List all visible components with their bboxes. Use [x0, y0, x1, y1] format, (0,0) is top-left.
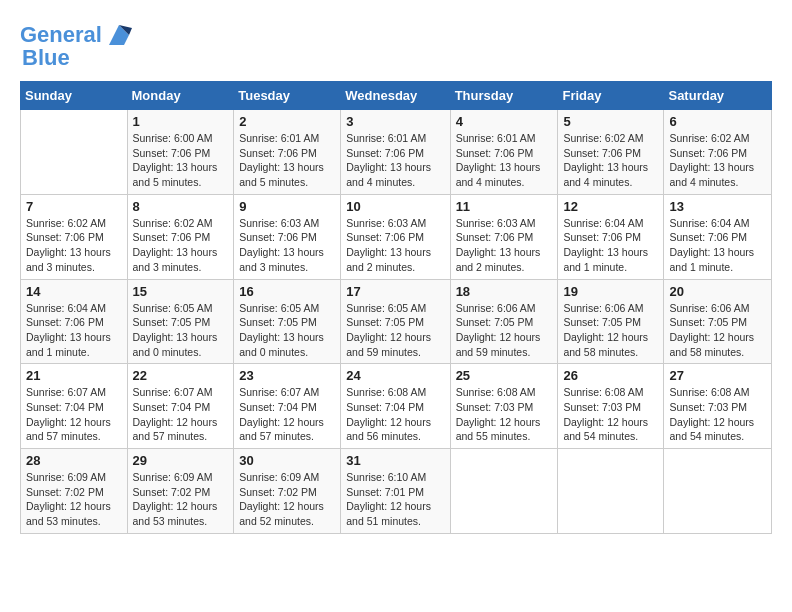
day-detail: Sunrise: 6:06 AM Sunset: 7:05 PM Dayligh… [563, 301, 658, 360]
day-number: 17 [346, 284, 444, 299]
calendar-week-row: 7Sunrise: 6:02 AM Sunset: 7:06 PM Daylig… [21, 194, 772, 279]
calendar-cell: 11Sunrise: 6:03 AM Sunset: 7:06 PM Dayli… [450, 194, 558, 279]
calendar-cell: 27Sunrise: 6:08 AM Sunset: 7:03 PM Dayli… [664, 364, 772, 449]
day-detail: Sunrise: 6:01 AM Sunset: 7:06 PM Dayligh… [456, 131, 553, 190]
day-number: 5 [563, 114, 658, 129]
calendar-cell: 22Sunrise: 6:07 AM Sunset: 7:04 PM Dayli… [127, 364, 234, 449]
day-detail: Sunrise: 6:03 AM Sunset: 7:06 PM Dayligh… [239, 216, 335, 275]
calendar-cell: 13Sunrise: 6:04 AM Sunset: 7:06 PM Dayli… [664, 194, 772, 279]
calendar-cell: 18Sunrise: 6:06 AM Sunset: 7:05 PM Dayli… [450, 279, 558, 364]
day-number: 1 [133, 114, 229, 129]
day-detail: Sunrise: 6:02 AM Sunset: 7:06 PM Dayligh… [133, 216, 229, 275]
calendar-cell: 2Sunrise: 6:01 AM Sunset: 7:06 PM Daylig… [234, 110, 341, 195]
calendar-week-row: 21Sunrise: 6:07 AM Sunset: 7:04 PM Dayli… [21, 364, 772, 449]
day-number: 21 [26, 368, 122, 383]
calendar-cell: 23Sunrise: 6:07 AM Sunset: 7:04 PM Dayli… [234, 364, 341, 449]
day-detail: Sunrise: 6:01 AM Sunset: 7:06 PM Dayligh… [239, 131, 335, 190]
day-number: 29 [133, 453, 229, 468]
calendar-cell [450, 449, 558, 534]
day-of-week-header: Thursday [450, 82, 558, 110]
day-number: 12 [563, 199, 658, 214]
calendar-header-row: SundayMondayTuesdayWednesdayThursdayFrid… [21, 82, 772, 110]
day-number: 4 [456, 114, 553, 129]
day-detail: Sunrise: 6:05 AM Sunset: 7:05 PM Dayligh… [346, 301, 444, 360]
calendar-cell: 8Sunrise: 6:02 AM Sunset: 7:06 PM Daylig… [127, 194, 234, 279]
day-detail: Sunrise: 6:06 AM Sunset: 7:05 PM Dayligh… [456, 301, 553, 360]
day-detail: Sunrise: 6:03 AM Sunset: 7:06 PM Dayligh… [456, 216, 553, 275]
calendar-cell: 19Sunrise: 6:06 AM Sunset: 7:05 PM Dayli… [558, 279, 664, 364]
calendar-cell: 25Sunrise: 6:08 AM Sunset: 7:03 PM Dayli… [450, 364, 558, 449]
day-detail: Sunrise: 6:09 AM Sunset: 7:02 PM Dayligh… [239, 470, 335, 529]
day-detail: Sunrise: 6:09 AM Sunset: 7:02 PM Dayligh… [26, 470, 122, 529]
day-number: 15 [133, 284, 229, 299]
day-number: 24 [346, 368, 444, 383]
day-detail: Sunrise: 6:02 AM Sunset: 7:06 PM Dayligh… [563, 131, 658, 190]
day-number: 11 [456, 199, 553, 214]
calendar-cell: 10Sunrise: 6:03 AM Sunset: 7:06 PM Dayli… [341, 194, 450, 279]
day-detail: Sunrise: 6:03 AM Sunset: 7:06 PM Dayligh… [346, 216, 444, 275]
calendar-week-row: 14Sunrise: 6:04 AM Sunset: 7:06 PM Dayli… [21, 279, 772, 364]
day-number: 3 [346, 114, 444, 129]
day-of-week-header: Monday [127, 82, 234, 110]
day-detail: Sunrise: 6:00 AM Sunset: 7:06 PM Dayligh… [133, 131, 229, 190]
logo: General Blue [20, 20, 134, 71]
logo-icon [104, 20, 134, 50]
day-detail: Sunrise: 6:08 AM Sunset: 7:04 PM Dayligh… [346, 385, 444, 444]
calendar-cell: 12Sunrise: 6:04 AM Sunset: 7:06 PM Dayli… [558, 194, 664, 279]
day-detail: Sunrise: 6:04 AM Sunset: 7:06 PM Dayligh… [563, 216, 658, 275]
calendar-cell: 14Sunrise: 6:04 AM Sunset: 7:06 PM Dayli… [21, 279, 128, 364]
day-number: 30 [239, 453, 335, 468]
day-of-week-header: Friday [558, 82, 664, 110]
day-detail: Sunrise: 6:05 AM Sunset: 7:05 PM Dayligh… [133, 301, 229, 360]
day-of-week-header: Saturday [664, 82, 772, 110]
day-number: 19 [563, 284, 658, 299]
day-number: 6 [669, 114, 766, 129]
calendar-cell: 28Sunrise: 6:09 AM Sunset: 7:02 PM Dayli… [21, 449, 128, 534]
day-number: 2 [239, 114, 335, 129]
calendar-cell: 3Sunrise: 6:01 AM Sunset: 7:06 PM Daylig… [341, 110, 450, 195]
calendar-cell [21, 110, 128, 195]
day-detail: Sunrise: 6:10 AM Sunset: 7:01 PM Dayligh… [346, 470, 444, 529]
calendar-cell: 31Sunrise: 6:10 AM Sunset: 7:01 PM Dayli… [341, 449, 450, 534]
calendar-cell: 16Sunrise: 6:05 AM Sunset: 7:05 PM Dayli… [234, 279, 341, 364]
day-number: 25 [456, 368, 553, 383]
day-detail: Sunrise: 6:04 AM Sunset: 7:06 PM Dayligh… [26, 301, 122, 360]
calendar-cell: 6Sunrise: 6:02 AM Sunset: 7:06 PM Daylig… [664, 110, 772, 195]
day-of-week-header: Sunday [21, 82, 128, 110]
day-detail: Sunrise: 6:07 AM Sunset: 7:04 PM Dayligh… [26, 385, 122, 444]
day-number: 31 [346, 453, 444, 468]
day-number: 20 [669, 284, 766, 299]
day-detail: Sunrise: 6:08 AM Sunset: 7:03 PM Dayligh… [669, 385, 766, 444]
day-number: 13 [669, 199, 766, 214]
calendar-cell: 5Sunrise: 6:02 AM Sunset: 7:06 PM Daylig… [558, 110, 664, 195]
calendar-cell [558, 449, 664, 534]
calendar-cell: 7Sunrise: 6:02 AM Sunset: 7:06 PM Daylig… [21, 194, 128, 279]
calendar-table: SundayMondayTuesdayWednesdayThursdayFrid… [20, 81, 772, 534]
day-number: 9 [239, 199, 335, 214]
day-detail: Sunrise: 6:05 AM Sunset: 7:05 PM Dayligh… [239, 301, 335, 360]
day-detail: Sunrise: 6:04 AM Sunset: 7:06 PM Dayligh… [669, 216, 766, 275]
day-number: 23 [239, 368, 335, 383]
day-detail: Sunrise: 6:08 AM Sunset: 7:03 PM Dayligh… [456, 385, 553, 444]
day-detail: Sunrise: 6:08 AM Sunset: 7:03 PM Dayligh… [563, 385, 658, 444]
calendar-cell: 26Sunrise: 6:08 AM Sunset: 7:03 PM Dayli… [558, 364, 664, 449]
day-detail: Sunrise: 6:09 AM Sunset: 7:02 PM Dayligh… [133, 470, 229, 529]
day-number: 18 [456, 284, 553, 299]
day-of-week-header: Wednesday [341, 82, 450, 110]
day-number: 7 [26, 199, 122, 214]
calendar-cell [664, 449, 772, 534]
calendar-week-row: 28Sunrise: 6:09 AM Sunset: 7:02 PM Dayli… [21, 449, 772, 534]
calendar-cell: 29Sunrise: 6:09 AM Sunset: 7:02 PM Dayli… [127, 449, 234, 534]
calendar-cell: 21Sunrise: 6:07 AM Sunset: 7:04 PM Dayli… [21, 364, 128, 449]
day-number: 27 [669, 368, 766, 383]
day-number: 22 [133, 368, 229, 383]
day-detail: Sunrise: 6:01 AM Sunset: 7:06 PM Dayligh… [346, 131, 444, 190]
logo-blue: Blue [22, 45, 70, 71]
calendar-cell: 4Sunrise: 6:01 AM Sunset: 7:06 PM Daylig… [450, 110, 558, 195]
day-detail: Sunrise: 6:07 AM Sunset: 7:04 PM Dayligh… [133, 385, 229, 444]
calendar-cell: 15Sunrise: 6:05 AM Sunset: 7:05 PM Dayli… [127, 279, 234, 364]
day-number: 28 [26, 453, 122, 468]
day-detail: Sunrise: 6:07 AM Sunset: 7:04 PM Dayligh… [239, 385, 335, 444]
day-detail: Sunrise: 6:06 AM Sunset: 7:05 PM Dayligh… [669, 301, 766, 360]
day-number: 8 [133, 199, 229, 214]
